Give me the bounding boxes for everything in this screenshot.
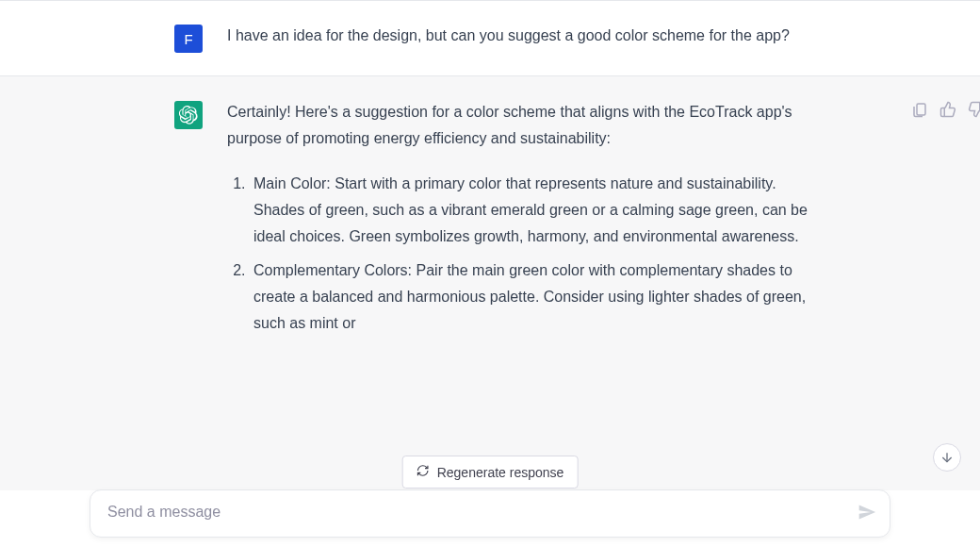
user-message-content: I have an idea for the design, but can y… [227, 23, 790, 53]
assistant-avatar [174, 101, 203, 129]
assistant-list: Main Color: Start with a primary color t… [227, 171, 811, 337]
list-item: Main Color: Start with a primary color t… [250, 171, 811, 250]
assistant-message-content: Certainly! Here's a suggestion for a col… [227, 99, 811, 468]
user-message-row: F I have an idea for the design, but can… [0, 0, 980, 75]
send-button[interactable] [858, 503, 876, 525]
message-actions [911, 101, 980, 118]
thumbs-down-icon[interactable] [968, 101, 980, 118]
scroll-down-button[interactable] [933, 443, 961, 472]
user-message-text: I have an idea for the design, but can y… [227, 27, 790, 43]
copy-icon[interactable] [911, 101, 928, 118]
regenerate-label: Regenerate response [437, 465, 564, 480]
user-avatar: F [174, 25, 203, 53]
assistant-message-row: Certainly! Here's a suggestion for a col… [0, 75, 980, 490]
send-icon [858, 503, 876, 522]
list-item: Complementary Colors: Pair the main gree… [250, 257, 811, 337]
svg-rect-0 [917, 104, 925, 115]
refresh-icon [416, 464, 430, 480]
input-area [0, 489, 980, 547]
arrow-down-icon [939, 450, 955, 465]
message-input-box[interactable] [90, 489, 890, 538]
thumbs-up-icon[interactable] [939, 101, 956, 118]
assistant-intro-text: Certainly! Here's a suggestion for a col… [227, 99, 811, 152]
message-input[interactable] [107, 504, 842, 521]
regenerate-button[interactable]: Regenerate response [402, 456, 579, 489]
